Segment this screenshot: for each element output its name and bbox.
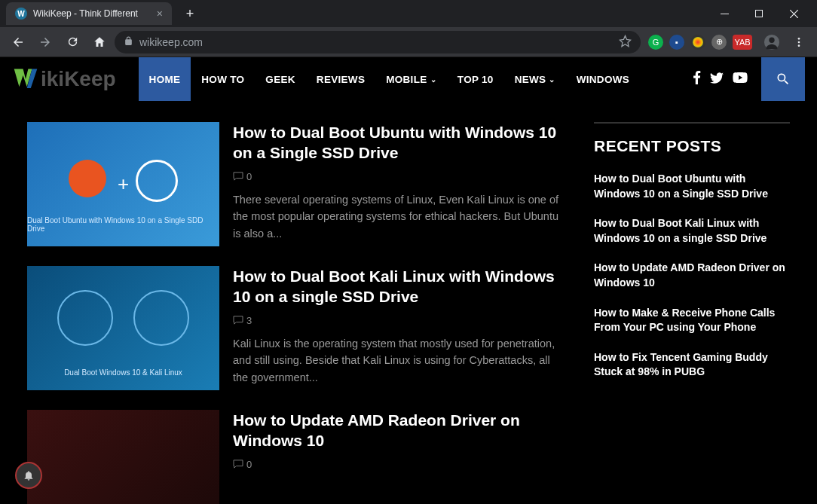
nav-mobile[interactable]: MOBILE⌄: [375, 57, 447, 101]
page-viewport[interactable]: ikiKeep HOME HOW TO GEEK REVIEWS MOBILE⌄…: [0, 57, 817, 504]
extensions-area: G ▪ ⊕ YAB: [644, 35, 757, 50]
nav-windows[interactable]: WINDOWS: [566, 57, 640, 101]
article-title[interactable]: How to Dual Boot Kali Linux with Windows…: [233, 266, 564, 307]
svg-point-6: [798, 44, 800, 47]
article-excerpt: There several operating systems of Linux…: [233, 191, 564, 242]
back-button[interactable]: [6, 30, 30, 54]
main-nav: HOME HOW TO GEEK REVIEWS MOBILE⌄ TOP 10 …: [139, 57, 640, 101]
nav-howto[interactable]: HOW TO: [191, 57, 255, 101]
browser-tab[interactable]: W WikiKeep - Think Different ×: [6, 2, 172, 25]
search-icon: [776, 72, 791, 87]
url-text: wikikeep.com: [139, 36, 203, 48]
forward-button[interactable]: [33, 30, 57, 54]
tab-title: WikiKeep - Think Different: [33, 8, 138, 19]
article-thumbnail[interactable]: [27, 410, 219, 504]
home-button[interactable]: [87, 30, 112, 54]
social-links: [693, 71, 748, 87]
new-tab-button[interactable]: +: [179, 3, 200, 24]
article-comments[interactable]: 3: [233, 315, 564, 326]
search-button[interactable]: [761, 57, 805, 101]
logo-text: ikiKeep: [41, 67, 116, 90]
divider: [594, 122, 790, 124]
nav-reviews[interactable]: REVIEWS: [306, 57, 375, 101]
profile-button[interactable]: [760, 30, 784, 54]
articles-list: + Dual Boot Ubuntu with Windows 10 on a …: [27, 122, 564, 504]
recent-post-link[interactable]: How to Dual Boot Ubuntu with Windows 10 …: [594, 172, 790, 201]
browser-toolbar: wikikeep.com G ▪ ⊕ YAB: [0, 27, 817, 57]
article-card: How to Update AMD Radeon Driver on Windo…: [27, 410, 564, 504]
extension-icon[interactable]: G: [648, 35, 663, 50]
article-title[interactable]: How to Dual Boot Ubuntu with Windows 10 …: [233, 122, 564, 163]
sidebar: RECENT POSTS How to Dual Boot Ubuntu wit…: [594, 122, 790, 504]
favicon-icon: W: [15, 8, 27, 20]
youtube-icon[interactable]: [733, 72, 748, 86]
bell-icon: [23, 469, 35, 481]
window-minimize-button[interactable]: [707, 2, 742, 25]
article-card: Dual Boot Windows 10 & Kali Linux How to…: [27, 266, 564, 390]
facebook-icon[interactable]: [693, 71, 701, 87]
tab-bar: W WikiKeep - Think Different × +: [0, 0, 817, 27]
notification-bell-button[interactable]: [15, 462, 42, 489]
reload-button[interactable]: [60, 30, 84, 54]
logo-icon: [12, 66, 39, 92]
article-comments[interactable]: 0: [233, 171, 564, 182]
article-thumbnail[interactable]: + Dual Boot Ubuntu with Windows 10 on a …: [27, 122, 219, 246]
menu-button[interactable]: [787, 30, 811, 54]
nav-top10[interactable]: TOP 10: [447, 57, 504, 101]
nav-geek[interactable]: GEEK: [255, 57, 305, 101]
svg-rect-1: [755, 10, 762, 17]
comment-icon: [233, 460, 243, 469]
article-excerpt: Kali Linux is the operating system that …: [233, 335, 564, 386]
close-tab-button[interactable]: ×: [157, 8, 163, 20]
nav-home[interactable]: HOME: [139, 57, 191, 101]
article-card: + Dual Boot Ubuntu with Windows 10 on a …: [27, 122, 564, 246]
article-thumbnail[interactable]: Dual Boot Windows 10 & Kali Linux: [27, 266, 219, 390]
svg-point-3: [769, 37, 774, 42]
recent-post-link[interactable]: How to Update AMD Radeon Driver on Windo…: [594, 261, 790, 290]
recent-post-link[interactable]: How to Make & Receive Phone Calls From Y…: [594, 306, 790, 335]
chevron-down-icon: ⌄: [549, 75, 555, 84]
star-icon[interactable]: [619, 35, 632, 50]
sidebar-heading: RECENT POSTS: [594, 137, 790, 155]
svg-point-5: [798, 41, 800, 43]
site-header: ikiKeep HOME HOW TO GEEK REVIEWS MOBILE⌄…: [0, 57, 817, 101]
svg-rect-0: [721, 14, 729, 14]
address-bar[interactable]: wikikeep.com: [115, 31, 641, 53]
twitter-icon[interactable]: [710, 72, 724, 87]
extension-icon[interactable]: YAB: [733, 35, 752, 50]
lock-icon: [124, 36, 133, 48]
article-title[interactable]: How to Update AMD Radeon Driver on Windo…: [233, 410, 564, 451]
chevron-down-icon: ⌄: [430, 75, 436, 84]
extension-icon[interactable]: ⊕: [711, 35, 727, 50]
extension-icon[interactable]: [690, 35, 705, 50]
recent-post-link[interactable]: How to Fix Tencent Gaming Buddy Stuck at…: [594, 350, 790, 380]
nav-news[interactable]: NEWS⌄: [504, 57, 566, 101]
recent-post-link[interactable]: How to Dual Boot Kali Linux with Windows…: [594, 216, 790, 246]
extension-icon[interactable]: ▪: [669, 35, 684, 50]
site-logo[interactable]: ikiKeep: [12, 66, 116, 92]
window-close-button[interactable]: [776, 2, 811, 25]
window-maximize-button[interactable]: [742, 2, 776, 25]
article-comments[interactable]: 0: [233, 459, 564, 470]
comment-icon: [233, 316, 243, 325]
comment-icon: [233, 172, 243, 181]
svg-point-4: [798, 38, 800, 40]
